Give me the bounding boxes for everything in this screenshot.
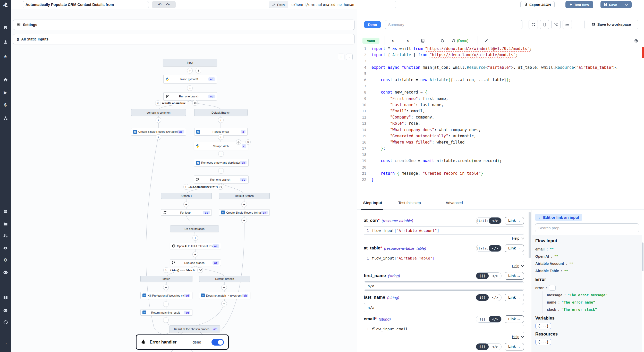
help-link[interactable]: Help (512, 335, 519, 339)
insert-step-button[interactable]: + (218, 151, 224, 157)
static-code-toggle[interactable]: Static </> (476, 217, 502, 224)
flow-node-create-single-record-an[interactable]: TSCreate Single Record (Airtable)an (219, 209, 270, 216)
dock-icon[interactable] (563, 20, 572, 29)
link-button[interactable]: Link → (505, 294, 524, 301)
step-form-scrollbar[interactable] (529, 212, 531, 258)
folder-icon[interactable] (0, 222, 11, 226)
insert-step-button[interactable]: + (156, 134, 161, 140)
variables-object-chip[interactable]: {...} (535, 323, 551, 329)
code-line[interactable]: 11 "Email": email, (357, 108, 642, 114)
expr-input[interactable]: 1flow_input["Airtable Account"] (364, 226, 524, 235)
edit-or-link-back-button[interactable]: ← Edit or link an input (535, 214, 582, 221)
cubes-icon[interactable] (0, 116, 11, 121)
shuffle-branches-button[interactable] (192, 100, 198, 106)
link-button[interactable]: Link → (505, 245, 524, 252)
error-handler-node[interactable]: Error handler deno (136, 334, 229, 350)
flow-node-does-not-match-gives-empty-value[interactable]: TSDoes not match -> gives empty valueah (199, 292, 250, 299)
code-line[interactable]: 3 (357, 58, 642, 64)
arrow-right-icon[interactable]: → (0, 341, 11, 346)
insert-step-button[interactable]: + (192, 235, 198, 241)
insert-step-button[interactable]: + (218, 168, 224, 174)
dollar-resources-icon[interactable]: $ (405, 38, 411, 44)
insert-step-button[interactable]: + (218, 117, 224, 123)
prop-row-open-ai[interactable]: Open AI:"" (535, 253, 642, 260)
play-icon[interactable]: ▶ (0, 90, 11, 95)
discord-icon[interactable] (0, 309, 11, 312)
tab-test-this-step[interactable]: Test this step (398, 200, 421, 205)
code-line[interactable]: 4export async function main(at_con: wmil… (357, 64, 642, 71)
code-line[interactable]: 5 (357, 71, 642, 77)
summary-input[interactable] (385, 20, 522, 29)
users-gear-icon[interactable] (0, 234, 11, 238)
prop-row-error-name[interactable]: name:"The error name" (547, 299, 642, 306)
phone-incoming-icon[interactable] (551, 20, 561, 29)
user-icon[interactable] (0, 40, 11, 44)
dollar-vars-icon[interactable]: $ (390, 38, 396, 44)
path-value[interactable]: u/henri/crm_automated_no_human (288, 1, 396, 8)
flow-canvas[interactable]: InputInline python3aoRun one branchapdom… (11, 9, 357, 352)
database-icon[interactable] (419, 38, 426, 44)
insert-step-button[interactable]: + (241, 217, 247, 223)
code-line[interactable]: 10 "Last name": last_name, (357, 102, 642, 108)
insert-step-button[interactable]: + (221, 301, 227, 306)
prop-row-error-stack[interactable]: stack:"The error stack" (547, 306, 642, 313)
flow-node-for-loop[interactable]: For loopac (161, 209, 212, 216)
flow-node-run-one-branch-ap[interactable]: Run one branchap (163, 92, 217, 100)
flow-node-open-ai-relevant-result[interactable]: Open AI to tell if relevant resultae (170, 243, 221, 249)
flow-node-do-one-iteration[interactable]: Do one iteration (170, 225, 219, 232)
redo-icon[interactable]: ↷ (166, 2, 170, 7)
building-icon[interactable] (0, 26, 11, 30)
static-code-toggle[interactable]: ${} </> (476, 294, 502, 301)
insert-step-button[interactable]: + (221, 284, 227, 290)
flow-node-result-of-the-chosen-branch[interactable]: Result of the chosen branchaf (170, 325, 220, 332)
code-line[interactable]: 14 "What company does": what_company_doe… (357, 127, 642, 133)
tab-advanced[interactable]: Advanced (446, 200, 463, 205)
insert-step-button[interactable]: + (183, 202, 189, 207)
link-button[interactable]: Link → (505, 315, 524, 323)
insert-step-button[interactable]: + (163, 284, 169, 290)
last-name-input[interactable] (365, 304, 523, 311)
flow-title-input[interactable]: Automatically Populate CRM Contact Detai… (23, 1, 149, 8)
insert-step-button[interactable]: + (156, 117, 161, 123)
code-line[interactable]: 18 (357, 152, 642, 158)
static-code-toggle[interactable]: ${}</> (476, 343, 502, 350)
calendar-icon[interactable] (0, 209, 11, 214)
flow-node-default-branch-1[interactable]: Default Branch (194, 109, 248, 116)
robot-icon[interactable] (0, 271, 11, 274)
save-button[interactable]: Save (600, 1, 621, 8)
insert-step-button[interactable]: + (241, 202, 247, 207)
code-line[interactable]: 6 const airtable = new Airtable({...at_c… (357, 77, 642, 83)
github-icon[interactable] (0, 320, 11, 325)
flow-node-run-one-branch-af[interactable]: Run one branchaf (170, 259, 221, 266)
flow-node-run-one-branch-al[interactable]: Run one branchal (194, 175, 249, 183)
save-to-workspace-button[interactable]: Save to workspace (584, 20, 638, 29)
insert-step-button[interactable]: + (163, 301, 169, 307)
code-line[interactable]: 12 "Company": company, (357, 114, 642, 120)
code-line[interactable]: 22} (357, 177, 642, 183)
code-line[interactable]: 8 const new_record = { (357, 89, 642, 95)
flow-node-branch-1[interactable]: Branch 1 (161, 193, 212, 199)
link-button[interactable]: Link → (505, 217, 524, 224)
code-line[interactable]: 7 (357, 83, 642, 89)
code-line[interactable]: 19 const createOne = await airtable.crea… (357, 158, 642, 164)
code-line[interactable]: 1import * as wmill from "https://deno.la… (357, 46, 642, 52)
home-icon[interactable] (0, 78, 11, 82)
error-handler-toggle[interactable] (211, 339, 224, 346)
search-prop-input[interactable] (535, 223, 639, 232)
undo-icon[interactable]: ↶ (158, 2, 162, 7)
flow-node-match[interactable]: Match (140, 276, 192, 282)
prop-row-email[interactable]: email:"" (535, 246, 642, 253)
static-code-toggle[interactable]: ${} </> (476, 316, 502, 323)
pane-divider[interactable] (357, 9, 357, 352)
save-dropdown-button[interactable] (621, 1, 632, 8)
static-code-toggle[interactable]: ${} </> (476, 272, 502, 279)
help-link[interactable]: Help (512, 236, 519, 240)
collapse-button[interactable]: - (549, 285, 556, 291)
prop-row-error-message[interactable]: message:"The error message" (547, 291, 642, 299)
insert-step-button[interactable]: + (187, 85, 193, 91)
code-line[interactable]: 13 "Role": role, (357, 120, 642, 127)
code-line[interactable]: 2import { Airtable } from "https://deno.… (357, 52, 642, 58)
expr-input[interactable]: 1flow_input.email (364, 325, 524, 333)
mobile-view-icon[interactable] (540, 20, 549, 29)
trigger-bolt-button[interactable] (196, 68, 201, 73)
